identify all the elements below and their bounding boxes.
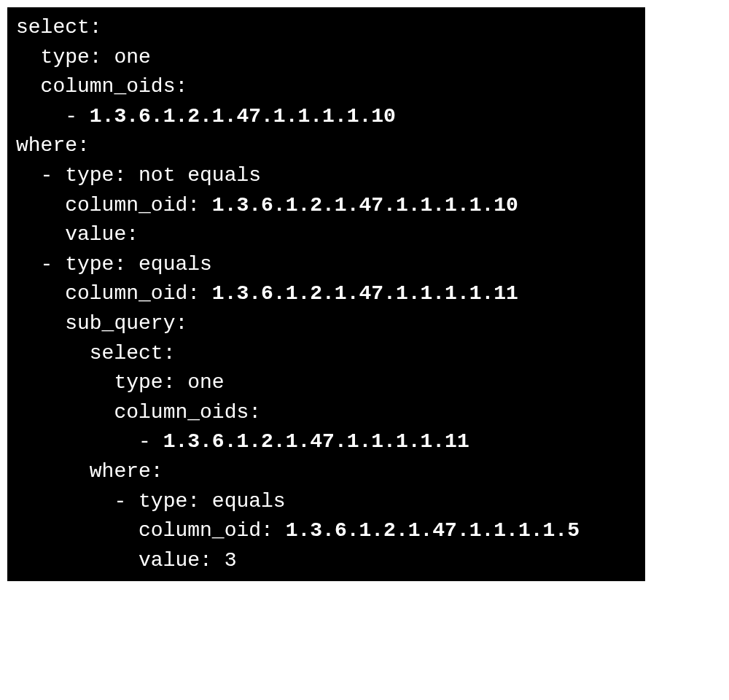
yaml-key: - type: equals <box>16 490 286 513</box>
yaml-key: - type: equals <box>16 253 212 276</box>
oid-value: 1.3.6.1.2.1.47.1.1.1.1.10 <box>212 194 518 217</box>
code-line: value: 3 <box>16 546 636 576</box>
code-line: - type: not equals <box>16 161 636 191</box>
code-line: - 1.3.6.1.2.1.47.1.1.1.1.11 <box>16 427 636 457</box>
code-line: column_oid: 1.3.6.1.2.1.47.1.1.1.1.5 <box>16 516 636 546</box>
code-line: type: one <box>16 43 636 73</box>
code-line: column_oid: 1.3.6.1.2.1.47.1.1.1.1.10 <box>16 191 636 221</box>
yaml-key: value: <box>16 223 139 246</box>
terminal-output: select: type: one column_oids: - 1.3.6.1… <box>7 7 645 581</box>
code-line: where: <box>16 131 636 161</box>
oid-value: 1.3.6.1.2.1.47.1.1.1.1.5 <box>286 519 580 542</box>
oid-value: 1.3.6.1.2.1.47.1.1.1.1.11 <box>163 430 469 453</box>
oid-value: 1.3.6.1.2.1.47.1.1.1.1.10 <box>90 105 396 128</box>
yaml-prefix: column_oid: <box>16 282 212 305</box>
code-line: where: <box>16 457 636 487</box>
code-line: column_oid: 1.3.6.1.2.1.47.1.1.1.1.11 <box>16 279 636 309</box>
yaml-key: where: <box>16 460 163 483</box>
code-line: select: <box>16 13 636 43</box>
yaml-prefix: - <box>16 105 90 128</box>
yaml-key: sub_query: <box>16 312 187 335</box>
yaml-key: select: <box>16 342 175 365</box>
code-line: type: one <box>16 368 636 398</box>
code-line: value: <box>16 220 636 250</box>
yaml-prefix: - <box>16 430 163 453</box>
code-line: - type: equals <box>16 250 636 280</box>
yaml-key: type: one <box>16 371 225 394</box>
code-line: sub_query: <box>16 309 636 339</box>
code-line: - 1.3.6.1.2.1.47.1.1.1.1.10 <box>16 102 636 132</box>
code-line: column_oids: <box>16 398 636 428</box>
yaml-key: column_oids: <box>16 401 261 424</box>
yaml-key: value: 3 <box>16 549 236 572</box>
yaml-key: select: <box>16 16 102 39</box>
yaml-key: where: <box>16 134 90 157</box>
yaml-prefix: column_oid: <box>16 194 212 217</box>
oid-value: 1.3.6.1.2.1.47.1.1.1.1.11 <box>212 282 518 305</box>
yaml-key: column_oids: <box>16 75 187 98</box>
yaml-key: type: one <box>16 46 151 69</box>
code-line: column_oids: <box>16 72 636 102</box>
yaml-prefix: column_oid: <box>16 519 286 542</box>
code-line: - type: equals <box>16 487 636 517</box>
yaml-key: - type: not equals <box>16 164 261 187</box>
code-line: select: <box>16 339 636 369</box>
